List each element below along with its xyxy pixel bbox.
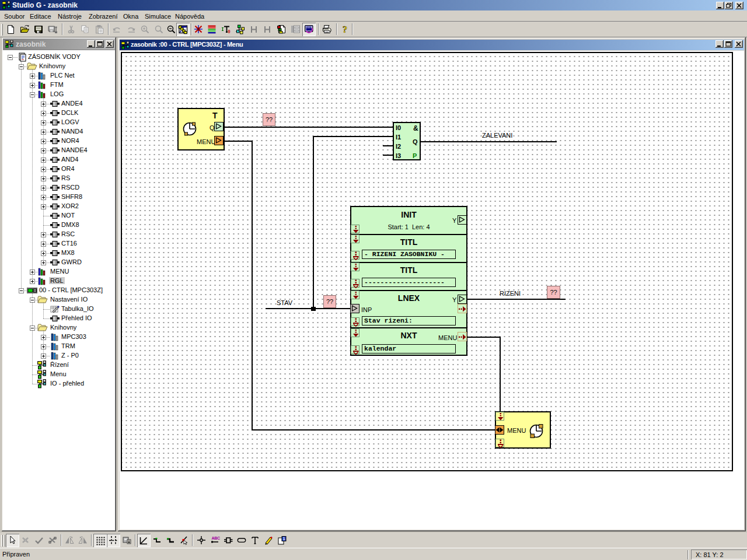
svg-text:ABC: ABC xyxy=(212,536,221,540)
svg-text:0: 0 xyxy=(228,29,231,34)
svg-text:?: ? xyxy=(343,24,347,34)
svg-text:1: 1 xyxy=(283,537,285,541)
